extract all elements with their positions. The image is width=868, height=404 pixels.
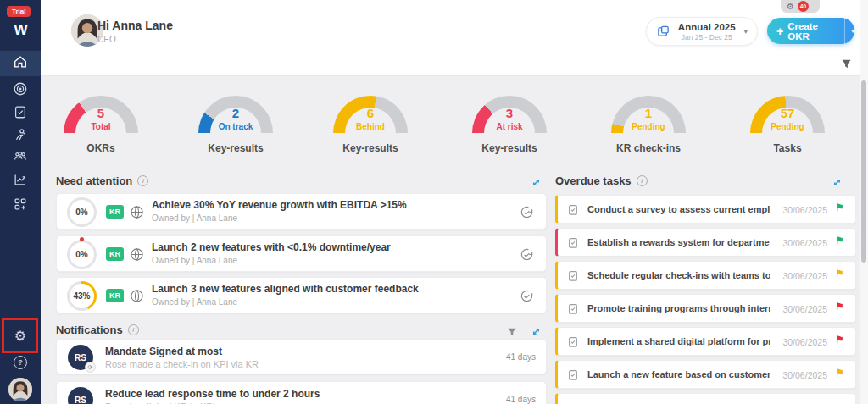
expand-icon[interactable] [531, 176, 542, 191]
kr-badge: KR [106, 289, 124, 302]
alert-dot [80, 237, 84, 241]
period-label: Annual 2025 [670, 22, 743, 32]
sidebar-item-home[interactable] [0, 51, 41, 76]
gauge-arc: 57Pending [750, 96, 825, 133]
avatar: RS [68, 387, 93, 404]
progress-value: 0% [75, 250, 87, 259]
sidebar-item-team[interactable] [0, 146, 41, 171]
flag-icon[interactable]: ⚑ [835, 335, 844, 345]
create-okr-button[interactable]: + Create OKR ▾ [767, 18, 854, 44]
clipboard-check-icon [13, 104, 28, 123]
gauge-value: 3 [472, 107, 547, 121]
info-icon[interactable]: i [137, 175, 148, 186]
flag-icon[interactable]: ⚑ [835, 302, 844, 312]
greeting-text: Hi Anna Lane [97, 19, 173, 32]
task-title: Implement a shared digital platform for … [587, 336, 770, 346]
gauge-arc: 6Behind [333, 96, 408, 133]
gauge-checkins-pending[interactable]: 1Pending KR check-ins [599, 96, 698, 154]
period-range: Jan 25 - Dec 25 [670, 33, 743, 42]
user-role: CEO [97, 35, 116, 44]
flag-icon[interactable]: ⚑ [835, 268, 844, 279]
flag-icon[interactable]: ⚑ [835, 202, 844, 213]
target-icon [13, 81, 28, 100]
chevron-down-icon[interactable]: ▾ [851, 27, 854, 35]
task-title: Promote training programs through intern… [587, 303, 770, 313]
scrollbar-track[interactable] [860, 0, 868, 404]
progress-ring: 0% [67, 197, 97, 227]
globe-icon [130, 289, 144, 307]
gauge-value: 5 [64, 107, 138, 121]
checkin-icon[interactable] [520, 205, 534, 223]
task-row[interactable]: Launch a new feature based on customer s… [555, 360, 856, 389]
notification-row[interactable]: RS ⟳ Mandate Signed at most Rose made a … [56, 339, 547, 374]
gauge-label: OKRs [52, 142, 150, 154]
help-icon: ? [14, 356, 27, 369]
checkin-icon[interactable] [520, 247, 534, 265]
key-result-owner: Owned by | Anna Lane [152, 256, 237, 265]
task-icon [567, 368, 579, 385]
sidebar-item-reports[interactable] [0, 169, 41, 194]
trial-badge: Trial [7, 6, 31, 17]
gauge-tasks-pending[interactable]: 57Pending Tasks [738, 96, 837, 154]
task-due-date: 30/06/2025 [782, 304, 827, 314]
task-due-date: 30/06/2025 [782, 337, 827, 347]
globe-icon [130, 247, 144, 265]
notification-title: Mandate Signed at most [105, 346, 222, 357]
plus-icon: + [776, 25, 783, 38]
expand-icon[interactable] [832, 176, 843, 191]
sidebar-item-apps[interactable] [0, 193, 41, 219]
gauge-okrs-total[interactable]: 5Total OKRs [52, 96, 150, 154]
sidebar-item-settings[interactable]: ⚙ [0, 324, 41, 349]
kr-badge: KR [106, 205, 124, 219]
app-logo[interactable]: W [0, 22, 41, 39]
info-icon[interactable]: i [128, 324, 139, 335]
globe-icon [130, 205, 144, 223]
sidebar: Trial W ⚙ ? [0, 0, 41, 404]
key-result-row[interactable]: 43% KR Launch 3 new features aligned wit… [56, 277, 547, 313]
home-icon [13, 54, 28, 73]
progress-value: 43% [73, 291, 90, 301]
scrollbar-thumb[interactable] [861, 80, 866, 263]
notification-row[interactable]: RS ⟳ Reduce lead response time to under … [56, 381, 547, 404]
filter-icon[interactable] [841, 58, 852, 73]
key-result-row[interactable]: 0% KR Achieve 30% YoY revenue growth wit… [56, 193, 547, 230]
person-icon [13, 127, 28, 146]
checkin-icon[interactable] [520, 289, 534, 307]
extension-notch: ⚙ 40 [781, 0, 820, 13]
task-row[interactable]: Promote training programs through intern… [555, 294, 856, 323]
profile-avatar[interactable] [8, 378, 32, 401]
sidebar-item-help[interactable]: ? [0, 350, 41, 375]
sidebar-item-plans[interactable] [0, 101, 41, 126]
flag-icon[interactable]: ⚑ [835, 368, 844, 378]
grid-plus-icon [13, 196, 28, 215]
gauge-kr-behind[interactable]: 6Behind Key-results [321, 96, 420, 154]
gauge-kr-ontrack[interactable]: 2On track Key-results [186, 96, 285, 154]
task-icon [567, 302, 579, 318]
key-result-title: Launch 2 new features with <0.1% downtim… [152, 241, 391, 253]
sidebar-item-okrs[interactable] [0, 78, 41, 103]
gauge-kr-atrisk[interactable]: 3At risk Key-results [460, 96, 559, 154]
period-selector[interactable]: Annual 2025 Jan 25 - Dec 25 ▾ [646, 17, 758, 46]
task-icon [567, 236, 579, 252]
task-row[interactable]: Implement a shared digital platform for … [555, 327, 856, 356]
task-row[interactable]: Schedule regular check-ins with teams to… [555, 261, 856, 290]
info-icon[interactable]: i [637, 175, 648, 186]
task-icon [567, 269, 579, 285]
task-row-partial[interactable] [555, 393, 856, 404]
task-row[interactable]: Conduct a survey to assess current emplo… [555, 195, 856, 224]
header: Hi Anna Lane CEO Annual 2025 Jan 25 - De… [41, 0, 868, 76]
flag-icon[interactable]: ⚑ [835, 235, 844, 246]
team-icon [13, 149, 28, 168]
gauge-value: 2 [198, 107, 273, 121]
task-due-date: 30/06/2025 [782, 205, 827, 215]
calendar-icon [657, 25, 670, 38]
key-result-row[interactable]: 0% KR Launch 2 new features with <0.1% d… [56, 235, 547, 272]
gauge-arc: 5Total [64, 96, 138, 133]
task-row[interactable]: Establish a rewards system for departmen… [555, 228, 856, 257]
gauge-status: Pending [611, 121, 686, 132]
key-result-owner: Owned by | Anna Lane [152, 213, 237, 223]
section-title: Need attention [56, 174, 132, 187]
key-result-title: Launch 3 new features aligned with custo… [152, 283, 419, 295]
progress-ring: 43% [67, 281, 97, 311]
gear-icon[interactable]: ⚙ [787, 3, 794, 11]
